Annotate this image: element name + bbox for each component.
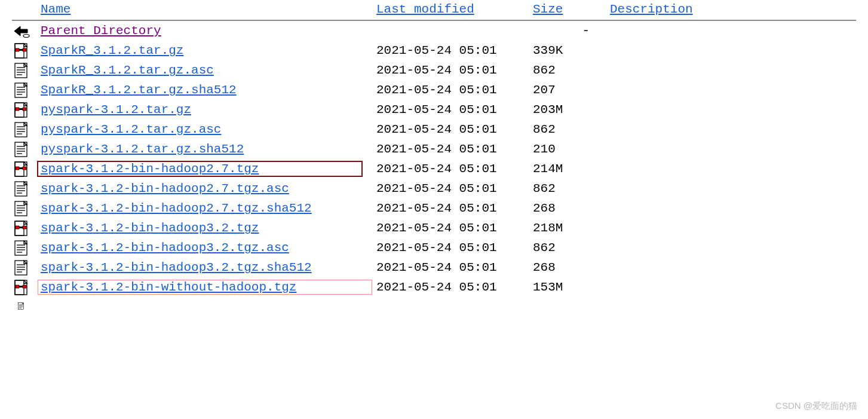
size-cell: 210	[530, 139, 608, 159]
text-icon	[12, 238, 38, 258]
file-link[interactable]: pyspark-3.1.2.tar.gz	[41, 103, 191, 117]
modified-cell: 2021-05-24 05:01	[374, 60, 530, 80]
file-link[interactable]: SparkR_3.1.2.tar.gz.sha512	[41, 83, 237, 97]
modified-cell: 2021-05-24 05:01	[374, 218, 530, 238]
header-size-link[interactable]: Size	[533, 2, 563, 16]
modified-cell: 2021-05-24 05:01	[374, 120, 530, 139]
table-row: pyspark-3.1.2.tar.gz.sha5122021-05-24 05…	[12, 139, 856, 159]
description-cell	[608, 120, 856, 139]
file-link[interactable]: spark-3.1.2-bin-hadoop3.2.tgz	[41, 221, 259, 235]
table-row: spark-3.1.2-bin-hadoop3.2.tgz2021-05-24 …	[12, 218, 856, 238]
text-icon	[12, 80, 38, 100]
header-modified-link[interactable]: Last modified	[376, 2, 474, 16]
size-cell: 268	[530, 258, 608, 277]
table-row: spark-3.1.2-bin-without-hadoop.tgz2021-0…	[12, 277, 856, 297]
file-link[interactable]: SparkR_3.1.2.tar.gz.asc	[41, 63, 214, 77]
file-link[interactable]: pyspark-3.1.2.tar.gz.sha512	[41, 142, 244, 156]
table-row: SparkR_3.1.2.tar.gz.asc2021-05-24 05:018…	[12, 60, 856, 80]
size-cell: 862	[530, 60, 608, 80]
svg-point-0	[23, 34, 29, 37]
description-cell	[608, 100, 856, 120]
table-row	[12, 297, 856, 315]
description-cell	[608, 218, 856, 238]
text-icon	[12, 139, 38, 159]
description-cell	[608, 277, 856, 297]
size-cell: 862	[530, 238, 608, 258]
modified-cell: 2021-05-24 05:01	[374, 41, 530, 60]
description-cell	[608, 139, 856, 159]
parent-directory-row: Parent Directory -	[12, 21, 856, 41]
file-link[interactable]: spark-3.1.2-bin-hadoop3.2.tgz.asc	[41, 241, 289, 255]
file-link[interactable]: SparkR_3.1.2.tar.gz	[41, 44, 183, 57]
file-link[interactable]: pyspark-3.1.2.tar.gz.asc	[41, 123, 221, 136]
header-row: Name Last modified Size Description	[12, 0, 856, 20]
size-cell: 218M	[530, 218, 608, 238]
modified-cell: 2021-05-24 05:01	[374, 238, 530, 258]
parent-modified	[374, 21, 530, 41]
modified-cell: 2021-05-24 05:01	[374, 179, 530, 198]
directory-listing-table: Name Last modified Size Description Pare…	[12, 0, 856, 315]
file-link[interactable]: spark-3.1.2-bin-hadoop3.2.tgz.sha512	[41, 261, 312, 274]
modified-cell: 2021-05-24 05:01	[374, 198, 530, 218]
file-link[interactable]: spark-3.1.2-bin-without-hadoop.tgz	[41, 280, 296, 294]
table-row: spark-3.1.2-bin-hadoop2.7.tgz.asc2021-05…	[12, 179, 856, 198]
size-cell: 268	[530, 198, 608, 218]
archive-icon	[12, 277, 38, 297]
text-icon	[12, 198, 38, 218]
description-cell	[608, 198, 856, 218]
header-description-link[interactable]: Description	[610, 2, 693, 16]
modified-cell: 2021-05-24 05:01	[374, 258, 530, 277]
file-link[interactable]: spark-3.1.2-bin-hadoop2.7.tgz	[41, 162, 259, 176]
description-cell	[608, 159, 856, 179]
header-icon	[12, 0, 38, 20]
size-cell: 207	[530, 80, 608, 100]
modified-cell: 2021-05-24 05:01	[374, 80, 530, 100]
table-row: SparkR_3.1.2.tar.gz2021-05-24 05:01339K	[12, 41, 856, 60]
archive-icon	[12, 218, 38, 238]
archive-icon	[12, 100, 38, 120]
table-row: pyspark-3.1.2.tar.gz2021-05-24 05:01203M	[12, 100, 856, 120]
description-cell	[608, 179, 856, 198]
table-row: spark-3.1.2-bin-hadoop3.2.tgz.asc2021-05…	[12, 238, 856, 258]
table-row: spark-3.1.2-bin-hadoop3.2.tgz.sha5122021…	[12, 258, 856, 277]
parent-size: -	[530, 21, 608, 41]
description-cell	[608, 60, 856, 80]
modified-cell: 2021-05-24 05:01	[374, 139, 530, 159]
header-name-link[interactable]: Name	[41, 2, 70, 16]
text-icon	[12, 60, 38, 80]
back-icon	[12, 21, 38, 41]
archive-icon	[12, 159, 38, 179]
modified-cell: 2021-05-24 05:01	[374, 100, 530, 120]
modified-cell: 2021-05-24 05:01	[374, 159, 530, 179]
size-cell: 862	[530, 120, 608, 139]
table-row: pyspark-3.1.2.tar.gz.asc2021-05-24 05:01…	[12, 120, 856, 139]
description-cell	[608, 258, 856, 277]
table-row: SparkR_3.1.2.tar.gz.sha5122021-05-24 05:…	[12, 80, 856, 100]
description-cell	[608, 238, 856, 258]
parent-description	[608, 21, 856, 41]
size-cell: 214M	[530, 159, 608, 179]
size-cell: 203M	[530, 100, 608, 120]
archive-icon	[12, 41, 38, 60]
text-icon	[12, 297, 38, 315]
size-cell: 339K	[530, 41, 608, 60]
size-cell: 862	[530, 179, 608, 198]
text-icon	[12, 179, 38, 198]
parent-directory-link[interactable]: Parent Directory	[41, 24, 161, 38]
modified-cell: 2021-05-24 05:01	[374, 277, 530, 297]
size-cell: 153M	[530, 277, 608, 297]
file-link[interactable]: spark-3.1.2-bin-hadoop2.7.tgz.sha512	[41, 201, 312, 215]
description-cell	[608, 41, 856, 60]
text-icon	[12, 258, 38, 277]
description-cell	[608, 80, 856, 100]
table-row: spark-3.1.2-bin-hadoop2.7.tgz2021-05-24 …	[12, 159, 856, 179]
table-row: spark-3.1.2-bin-hadoop2.7.tgz.sha5122021…	[12, 198, 856, 218]
file-link[interactable]: spark-3.1.2-bin-hadoop2.7.tgz.asc	[41, 182, 289, 195]
text-icon	[12, 120, 38, 139]
